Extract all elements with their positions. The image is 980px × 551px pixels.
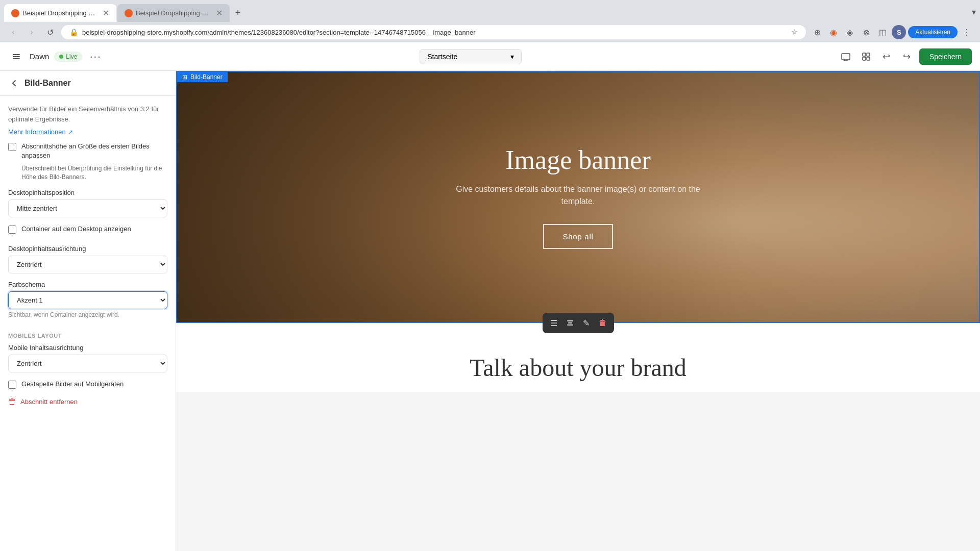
app-name-label: Dawn (30, 52, 49, 61)
browser-toolbar-icons: ⊕ ◉ ◈ ⊗ ◫ S Aktualisieren ⋮ (810, 25, 974, 39)
section-height-checkbox[interactable] (8, 143, 16, 151)
wallet-icon[interactable]: ◈ (843, 25, 857, 39)
mobile-align-select[interactable]: Zentriert (8, 355, 167, 372)
page-selector-label: Startseite (427, 53, 457, 61)
toolbar-edit-icon[interactable]: ✎ (579, 316, 594, 330)
desktop-align-label: Desktopinhaltsausrichtung (8, 245, 167, 253)
main-content: Bild-Banner Verwende für Bilder ein Seit… (0, 71, 980, 551)
app-container: Dawn Live ··· Startseite ▾ ↩ ↪ Speichern (0, 42, 980, 551)
svg-rect-10 (567, 324, 573, 325)
screenshot-icon[interactable]: ◫ (875, 25, 890, 39)
section-height-label: Abschnittshöhe an Größe des ersten Bilde… (21, 142, 167, 160)
svg-rect-6 (863, 57, 866, 60)
live-label: Live (66, 53, 77, 60)
banner-label-text: Bild-Banner (190, 73, 223, 81)
svg-rect-5 (867, 53, 870, 56)
mobile-align-label: Mobile Inhaltsausrichtung (8, 344, 167, 352)
app-header: Dawn Live ··· Startseite ▾ ↩ ↪ Speichern (0, 42, 980, 71)
sidebar-toggle-button[interactable] (8, 48, 24, 65)
tab-bar: Beispiel Dropshipping Store ·... ✕ Beisp… (0, 0, 980, 22)
new-tab-button[interactable]: + (231, 6, 245, 20)
banner-label-icon: ⊞ (182, 73, 187, 81)
container-checkbox-row: Container auf dem Desktop anzeigen (8, 224, 167, 234)
opera-icon[interactable]: ◉ (826, 25, 841, 39)
svg-rect-1 (13, 56, 20, 57)
svg-rect-7 (867, 57, 870, 60)
trash-icon: 🗑 (8, 397, 16, 406)
header-left: Dawn Live ··· (8, 48, 104, 65)
desktop-align-select[interactable]: Zentriert (8, 256, 167, 273)
banner-content: Image banner Give customers details abou… (451, 145, 706, 249)
more-options-button[interactable]: ··· (87, 48, 104, 65)
tab-favicon-2 (125, 9, 133, 17)
container-checkbox[interactable] (8, 226, 16, 234)
save-button[interactable]: Speichern (919, 48, 972, 65)
header-center: Startseite ▾ (110, 49, 831, 64)
address-icons: ☆ (791, 28, 798, 37)
svg-rect-0 (13, 54, 20, 55)
tab-label-1: Beispiel Dropshipping Store ·... (22, 9, 100, 17)
svg-rect-4 (863, 53, 866, 56)
forward-nav-button[interactable]: › (24, 25, 39, 39)
preview-area: ⊞ Bild-Banner Image banner Give customer… (176, 71, 980, 551)
external-link-icon: ↗ (68, 129, 73, 136)
sidebar-back-button[interactable] (8, 77, 20, 89)
image-banner-section: ⊞ Bild-Banner Image banner Give customer… (176, 71, 980, 323)
stacked-images-checkbox-row: Gestapelte Bilder auf Mobilgeräten (8, 380, 167, 389)
sidebar: Bild-Banner Verwende für Bilder ein Seit… (0, 71, 176, 551)
profile-avatar[interactable]: S (892, 25, 906, 39)
address-bar[interactable]: 🔒 beispiel-dropshipping-store.myshopify.… (61, 25, 806, 39)
color-scheme-note: Sichtbar, wenn Container angezeigt wird. (8, 311, 167, 318)
color-scheme-label: Farbschema (8, 281, 167, 288)
container-checkbox-label: Container auf dem Desktop anzeigen (21, 224, 131, 234)
device-view-icon[interactable] (838, 48, 854, 65)
banner-section-label: ⊞ Bild-Banner (177, 72, 228, 82)
banner-title: Image banner (451, 145, 706, 175)
section-height-checkbox-row: Abschnittshöhe an Größe des ersten Bilde… (8, 142, 167, 160)
delete-section-button[interactable]: 🗑 Abschnitt entfernen (8, 393, 167, 410)
live-dot (59, 55, 63, 59)
brand-title: Talk about your brand (197, 354, 960, 382)
tab-1[interactable]: Beispiel Dropshipping Store ·... ✕ (4, 4, 116, 22)
section-height-description: Überschreibt bei Überprüfung die Einstel… (21, 164, 167, 182)
preview-inner: ⊞ Bild-Banner Image banner Give customer… (176, 71, 980, 392)
more-info-label: Mehr Informationen (8, 128, 66, 136)
reload-button[interactable]: ↺ (43, 25, 57, 39)
svg-rect-9 (568, 322, 572, 323)
sidebar-header: Bild-Banner (0, 71, 176, 96)
toolbar-align-center-icon[interactable] (563, 316, 577, 330)
toolbar-delete-icon[interactable]: 🗑 (596, 316, 610, 330)
delete-label: Abschnitt entfernen (20, 398, 78, 406)
address-text: beispiel-dropshipping-store.myshopify.co… (82, 29, 787, 36)
menu-icon[interactable]: ⋮ (960, 25, 974, 39)
inspector-icon[interactable] (858, 48, 874, 65)
color-scheme-select[interactable]: Akzent 1 (8, 291, 167, 309)
browser-chrome: Beispiel Dropshipping Store ·... ✕ Beisp… (0, 0, 980, 42)
desktop-position-select[interactable]: Mitte zentriert (8, 199, 167, 217)
floating-toolbar: ☰ ✎ 🗑 (543, 313, 614, 333)
more-info-link[interactable]: Mehr Informationen ↗ (8, 128, 167, 136)
tab-close-1[interactable]: ✕ (103, 8, 109, 18)
live-badge: Live (54, 52, 82, 62)
update-button[interactable]: Aktualisieren (908, 26, 958, 38)
toolbar-align-left-icon[interactable]: ☰ (547, 316, 561, 330)
address-bar-row: ‹ › ↺ 🔒 beispiel-dropshipping-store.mysh… (0, 22, 980, 42)
svg-rect-2 (13, 58, 20, 59)
star-icon[interactable]: ☆ (791, 28, 798, 37)
stacked-images-checkbox[interactable] (8, 381, 16, 389)
tab-close-2[interactable]: ✕ (216, 8, 223, 18)
sidebar-description: Verwende für Bilder ein Seitenverhältnis… (8, 104, 167, 124)
back-nav-button[interactable]: ‹ (6, 25, 20, 39)
shop-all-button[interactable]: Shop all (543, 224, 612, 249)
undo-button[interactable]: ↩ (878, 48, 895, 65)
extensions-icon[interactable]: ⊕ (810, 25, 824, 39)
adblocker-icon[interactable]: ⊗ (859, 25, 873, 39)
redo-button[interactable]: ↪ (899, 48, 915, 65)
banner-subtitle: Give customers details about the banner … (451, 183, 706, 208)
page-selector-dropdown[interactable]: Startseite ▾ (420, 49, 522, 64)
tab-menu-icon[interactable]: ▾ (972, 7, 976, 17)
tab-label-2: Beispiel Dropshipping Store (136, 9, 213, 17)
svg-rect-3 (842, 54, 850, 60)
tab-2[interactable]: Beispiel Dropshipping Store ✕ (117, 4, 230, 22)
sidebar-body: Verwende für Bilder ein Seitenverhältnis… (0, 96, 176, 418)
